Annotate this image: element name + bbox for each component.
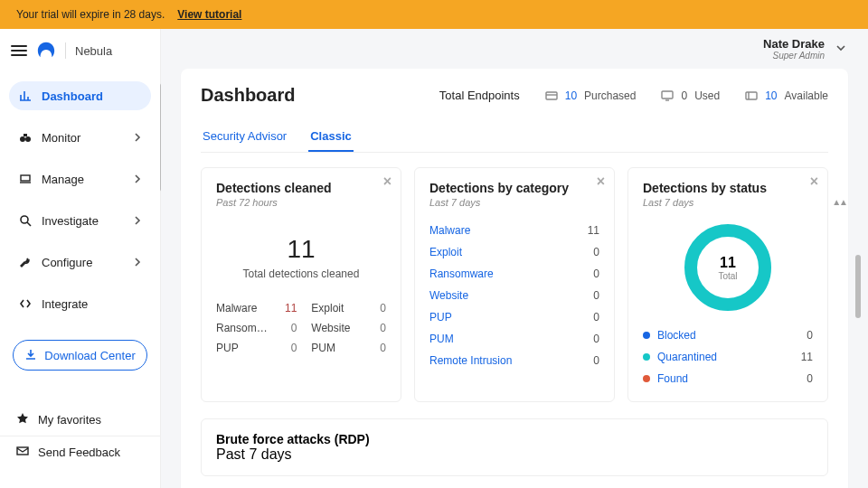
status-value: 0 bbox=[807, 372, 813, 385]
status-link[interactable]: Quarantined bbox=[657, 351, 717, 363]
star-icon bbox=[16, 412, 29, 427]
svg-rect-7 bbox=[662, 91, 673, 99]
cleaned-breakdown: Malware11 Exploit0 Ransomw…0 Website0 PU… bbox=[216, 302, 386, 354]
chevron-right-icon bbox=[133, 214, 142, 228]
legend-dot bbox=[643, 332, 650, 339]
brand-bar: Nebula bbox=[0, 29, 160, 72]
sidebar-item-favorites[interactable]: My favorites bbox=[0, 407, 160, 432]
dashboard-tabs: Security Advisor Classic bbox=[201, 122, 828, 153]
chevron-right-icon bbox=[133, 173, 142, 186]
svg-point-4 bbox=[21, 216, 28, 223]
category-link[interactable]: Exploit bbox=[429, 246, 462, 258]
tab-security-advisor[interactable]: Security Advisor bbox=[201, 122, 288, 152]
brand-divider bbox=[65, 42, 66, 59]
widget-detections-status: × Detections by status Last 7 days 11 To… bbox=[627, 167, 828, 402]
category-row: PUM0 bbox=[429, 333, 599, 345]
stat-count: 10 bbox=[565, 89, 577, 102]
stat-used: 0 Used bbox=[661, 89, 720, 102]
sidebar-item-integrate[interactable]: Integrate bbox=[9, 289, 151, 318]
sidebar-item-manage[interactable]: Manage bbox=[9, 164, 151, 193]
stat-available: 10 Available bbox=[745, 89, 828, 102]
widget-brute-force: Brute force attacks (RDP) Past 7 days bbox=[201, 418, 828, 476]
category-row: Remote Intrusion0 bbox=[429, 354, 599, 367]
brand-logo-icon bbox=[36, 41, 56, 61]
sidebar-item-label: Investigate bbox=[42, 214, 99, 228]
category-link[interactable]: PUP bbox=[429, 311, 452, 324]
category-value: 0 bbox=[593, 246, 599, 258]
chevron-right-icon bbox=[133, 256, 142, 269]
widget-detections-category: × Detections by category Last 7 days Mal… bbox=[414, 167, 615, 402]
sidebar-item-label: Monitor bbox=[42, 131, 80, 145]
ticket-icon bbox=[745, 89, 758, 102]
sidebar-item-label: Configure bbox=[42, 256, 92, 269]
chevron-down-icon[interactable] bbox=[835, 41, 846, 57]
category-list: Malware11 Exploit0 Ransomware0 Website0 … bbox=[429, 224, 599, 367]
status-legend: Blocked0 Quarantined11 Found0 bbox=[643, 329, 813, 385]
donut-caption: Total bbox=[718, 271, 737, 281]
sidebar-item-investigate[interactable]: Investigate bbox=[9, 206, 151, 235]
widget-subtitle: Past 72 hours bbox=[216, 197, 386, 208]
legend-dot bbox=[643, 353, 650, 361]
status-link[interactable]: Found bbox=[657, 372, 688, 385]
sidebar-item-dashboard[interactable]: Dashboard bbox=[9, 81, 151, 110]
tab-classic[interactable]: Classic bbox=[308, 122, 354, 152]
search-icon bbox=[18, 213, 33, 228]
main-scrollbar[interactable] bbox=[855, 255, 861, 318]
category-link[interactable]: Malware bbox=[429, 224, 470, 237]
category-value: 0 bbox=[593, 311, 599, 324]
category-link[interactable]: Ransomware bbox=[429, 267, 494, 280]
donut-chart: 11 Total bbox=[643, 224, 813, 311]
menu-toggle-button[interactable] bbox=[11, 45, 27, 56]
main-area: Nate Drake Super Admin Dashboard Total E… bbox=[161, 29, 868, 488]
category-value: 11 bbox=[588, 224, 599, 237]
dashboard-card: Dashboard Total Endpoints 10 Purchased 0… bbox=[181, 69, 848, 488]
close-icon[interactable]: × bbox=[383, 174, 392, 190]
status-row: Blocked0 bbox=[643, 329, 813, 342]
category-row: Website0 bbox=[429, 289, 599, 302]
stat-count: 10 bbox=[765, 89, 777, 102]
sidebar: Nebula Dashboard Monitor Manage Investig… bbox=[0, 29, 161, 488]
category-link[interactable]: Remote Intrusion bbox=[429, 354, 512, 367]
mail-icon bbox=[16, 445, 29, 460]
sidebar-item-configure[interactable]: Configure bbox=[9, 248, 151, 277]
card-icon bbox=[545, 89, 558, 102]
category-value: 0 bbox=[593, 267, 599, 280]
feedback-label: Send Feedback bbox=[38, 446, 120, 459]
category-row: Malware11 bbox=[429, 224, 599, 237]
category-value: 0 bbox=[593, 333, 599, 345]
endpoints-label: Total Endpoints bbox=[439, 89, 520, 102]
download-icon bbox=[24, 348, 37, 363]
svg-rect-5 bbox=[17, 447, 28, 455]
favorites-label: My favorites bbox=[38, 413, 101, 427]
close-icon[interactable]: × bbox=[810, 174, 818, 190]
svg-rect-6 bbox=[546, 92, 557, 99]
total-block: 11 Total detections cleaned bbox=[216, 235, 386, 280]
stat-purchased: 10 Purchased bbox=[545, 89, 637, 102]
cell-key: Ransomw… bbox=[216, 322, 270, 334]
page-title: Dashboard bbox=[201, 85, 295, 106]
category-link[interactable]: PUM bbox=[429, 333, 454, 345]
status-row: Quarantined11 bbox=[643, 351, 813, 363]
close-icon[interactable]: × bbox=[597, 174, 605, 190]
endpoint-stats: Total Endpoints 10 Purchased 0 Used 10 bbox=[439, 89, 828, 102]
cell-val: 0 bbox=[285, 342, 297, 354]
cell-key: Malware bbox=[216, 302, 270, 314]
cell-val: 0 bbox=[380, 342, 386, 354]
status-value: 0 bbox=[807, 329, 813, 342]
sidebar-item-label: Integrate bbox=[42, 297, 88, 311]
status-link[interactable]: Blocked bbox=[657, 329, 696, 342]
download-center-button[interactable]: Download Center bbox=[13, 340, 147, 371]
bar-chart-icon bbox=[18, 89, 33, 103]
sidebar-item-feedback[interactable]: Send Feedback bbox=[0, 436, 160, 468]
view-tutorial-link[interactable]: View tutorial bbox=[177, 8, 241, 21]
trial-banner: Your trial will expire in 28 days. View … bbox=[0, 0, 868, 29]
user-menu[interactable]: Nate Drake Super Admin bbox=[763, 37, 825, 61]
cell-val: 0 bbox=[380, 302, 386, 314]
user-bar: Nate Drake Super Admin bbox=[161, 29, 868, 69]
collapse-arrows-icon[interactable]: ▲▲ bbox=[832, 197, 846, 207]
category-link[interactable]: Website bbox=[429, 289, 468, 302]
sidebar-item-monitor[interactable]: Monitor bbox=[9, 123, 151, 152]
status-row: Found0 bbox=[643, 372, 813, 385]
category-row: Ransomware0 bbox=[429, 267, 599, 280]
monitor-icon bbox=[661, 89, 674, 102]
